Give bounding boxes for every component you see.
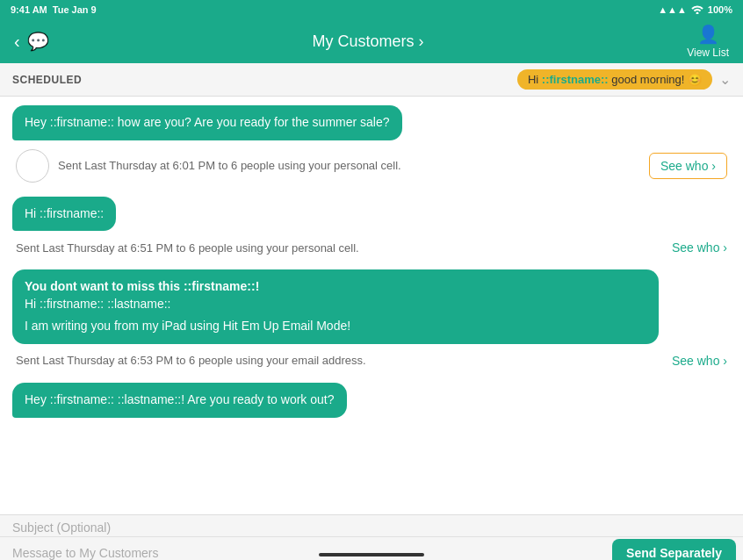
sent-text-3: Sent Last Thursday at 6:53 PM to 6 peopl…: [16, 354, 366, 367]
chevron-down-icon[interactable]: ⌄: [719, 71, 731, 88]
message-2: Hi ::firstname::: [12, 197, 731, 232]
see-who-button-1[interactable]: See who ›: [649, 153, 727, 179]
back-icon[interactable]: ‹: [14, 32, 20, 52]
message-row: Message to My Customers Send Separately: [0, 537, 743, 560]
send-button[interactable]: Send Separately: [612, 539, 736, 560]
status-time: 9:41 AM Tue Jan 9: [11, 4, 97, 15]
message-1: Hey ::firstname:: how are you? Are you r…: [12, 105, 731, 140]
scheduled-bar[interactable]: SCHEDULED Hi ::firstname:: good morning!…: [0, 63, 743, 97]
bubble-3-line2: Hi ::firstname:: ::lastname::: [25, 296, 646, 313]
avatar-1: [16, 149, 49, 183]
bubble-4-text: Hey ::firstname:: ::lastname::! Are you …: [25, 392, 335, 406]
signal-icon: ▲▲▲: [658, 4, 687, 15]
scheduled-preview: Hi ::firstname:: good morning! 😊: [517, 69, 712, 90]
sent-info-left-1: Sent Last Thursday at 6:01 PM to 6 peopl…: [16, 149, 401, 183]
header: ‹ 💬 My Customers › 👤 View List: [0, 19, 743, 63]
firstname-tag: ::firstname::: [542, 73, 609, 86]
sent-row-3: Sent Last Thursday at 6:53 PM to 6 peopl…: [12, 353, 731, 369]
message-4: Hey ::firstname:: ::lastname::! Are you …: [12, 383, 731, 418]
status-bar: 9:41 AM Tue Jan 9 ▲▲▲ 100%: [0, 0, 743, 19]
see-who-right-2: See who ›: [672, 240, 727, 255]
bubble-3-line1: You dont want to miss this ::firstname::…: [25, 279, 259, 293]
header-back[interactable]: ‹ 💬: [14, 31, 49, 52]
message-placeholder: Message to My Customers: [12, 546, 159, 560]
messages-content: Hey ::firstname:: how are you? Are you r…: [0, 97, 743, 514]
subject-row: Subject (Optional): [0, 515, 743, 537]
wifi-icon: [690, 4, 704, 16]
bubble-2-text: Hi ::firstname::: [25, 206, 104, 220]
view-list-button[interactable]: 👤 View List: [687, 24, 729, 59]
date-label: Tue Jan 9: [53, 4, 97, 15]
see-who-button-3[interactable]: See who ›: [672, 354, 727, 368]
time-label: 9:41 AM: [11, 4, 47, 15]
sent-text-1: Sent Last Thursday at 6:01 PM to 6 peopl…: [58, 159, 401, 172]
subject-placeholder: Subject (Optional): [12, 521, 111, 535]
bubble-1: Hey ::firstname:: how are you? Are you r…: [12, 105, 402, 140]
bubble-1-text: Hey ::firstname:: how are you? Are you r…: [25, 115, 390, 129]
header-title: My Customers ›: [312, 32, 423, 51]
bubble-4: Hey ::firstname:: ::lastname::! Are you …: [12, 383, 347, 418]
bubble-2: Hi ::firstname::: [12, 197, 116, 232]
view-list-label: View List: [687, 47, 729, 59]
message-3: You dont want to miss this ::firstname::…: [12, 269, 731, 344]
status-icons: ▲▲▲ 100%: [658, 4, 732, 16]
chat-icon: 💬: [27, 31, 49, 52]
scheduled-label: SCHEDULED: [12, 74, 82, 86]
bubble-3-line4: I am writing you from my iPad using Hit …: [25, 318, 646, 335]
home-indicator: [319, 553, 424, 556]
see-who-button-2[interactable]: See who ›: [672, 241, 727, 255]
bubble-3: You dont want to miss this ::firstname::…: [12, 269, 659, 344]
sent-row-1: Sent Last Thursday at 6:01 PM to 6 peopl…: [12, 149, 731, 183]
sent-text-2: Sent Last Thursday at 6:51 PM to 6 peopl…: [16, 241, 359, 255]
battery-label: 100%: [708, 4, 732, 15]
sent-row-2: Sent Last Thursday at 6:51 PM to 6 peopl…: [12, 240, 731, 255]
view-list-icon: 👤: [697, 24, 719, 45]
see-who-right-3: See who ›: [672, 353, 727, 369]
